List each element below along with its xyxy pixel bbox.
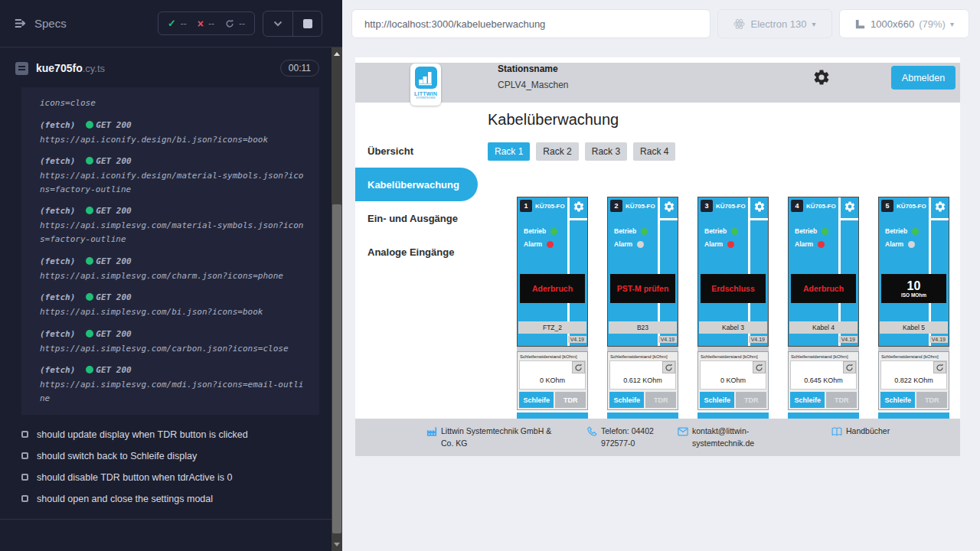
measurement-display: 0 KOhm: [519, 360, 586, 390]
rack-tab-rack-1[interactable]: Rack 1: [488, 142, 530, 161]
display-mode-buttons: SchleifeTDR: [700, 392, 766, 408]
cable-name: B23: [609, 321, 677, 334]
check-icon: ✓: [168, 18, 176, 29]
footer-item[interactable]: Handbücher: [831, 425, 890, 456]
tdr-button: TDR: [645, 392, 676, 408]
card-top-panel: 1KÜ705-FOBetriebAlarmAderbruchFTZ_2V4.19: [517, 197, 588, 347]
refresh-button[interactable]: [753, 361, 766, 373]
log-entry-head: (fetch)GET 200: [40, 120, 312, 130]
refresh-button[interactable]: [843, 361, 856, 373]
card-settings-gear-icon[interactable]: [753, 201, 766, 213]
rack-tab-rack-2[interactable]: Rack 2: [536, 142, 578, 161]
scrollbar-thumb[interactable]: [332, 204, 341, 533]
gear-icon: [663, 201, 675, 213]
log-entry-head: (fetch)GET 200: [40, 206, 312, 216]
specs-menu[interactable]: Specs: [14, 17, 67, 30]
nav-item-analoge-eing-nge[interactable]: Analoge Eingänge: [355, 235, 478, 269]
stop-button[interactable]: [292, 11, 322, 36]
device-card: 4KÜ705-FOBetriebAlarmAderbruchKabel 4V4.…: [788, 197, 859, 428]
email-icon: [678, 426, 688, 437]
app-footer: Littwin Systemtechnik GmbH & Co. KGTelef…: [355, 419, 960, 456]
measurement-display: 0.612 KOhm: [609, 360, 676, 390]
tdr-button[interactable]: TDR: [555, 392, 586, 408]
nav-item-ein-und-ausg-nge[interactable]: Ein- und Ausgänge: [355, 201, 478, 235]
device-card: 3KÜ705-FOBetriebAlarmErdschlussKabel 3V4…: [697, 197, 769, 428]
request-url: https://api.simplesvg.com/carbon.json?ic…: [40, 342, 312, 356]
littwin-logo: LITTWIN SYSTEMTECHNIK: [410, 64, 441, 106]
rack-tabs: Rack 1Rack 2Rack 3Rack 4: [488, 142, 960, 161]
display-mode-buttons: SchleifeTDR: [519, 392, 586, 408]
alarm-led-row: Alarm: [704, 240, 734, 248]
refresh-button[interactable]: [933, 361, 946, 373]
app-header: [355, 63, 960, 103]
device-card: 5KÜ705-FOBetriebAlarm10ISO MOhmKabel 5V4…: [878, 197, 949, 428]
browser-selector[interactable]: Electron 130 ▾: [717, 9, 832, 38]
success-dot-icon: [86, 157, 93, 165]
refresh-button[interactable]: [572, 361, 585, 373]
display-mode-buttons: SchleifeTDR: [609, 392, 676, 408]
test-title: should switch back to Schleife display: [37, 451, 197, 461]
card-settings-gear-icon[interactable]: [934, 201, 946, 213]
nav-item-kabel-berwachung[interactable]: Kabelüberwachung: [355, 168, 478, 201]
log-entry-head: (fetch)GET 200: [40, 256, 312, 266]
log-entry-head: (fetch)GET 200: [40, 156, 312, 166]
betrieb-label: Betrieb: [885, 227, 907, 235]
viewport-selector[interactable]: 1000x660 (79%) ▾: [839, 9, 969, 38]
refresh-button[interactable]: [662, 361, 675, 373]
schleife-button[interactable]: Schleife: [880, 392, 915, 408]
spec-file-icon: [15, 62, 28, 75]
test-item[interactable]: should switch back to Schleife display: [21, 445, 332, 467]
nav-item--bersicht[interactable]: Übersicht: [355, 134, 478, 168]
alarm-led-row: Alarm: [524, 240, 554, 248]
specs-list-icon: [14, 18, 28, 29]
gear-icon: [844, 201, 856, 213]
card-settings-gear-icon[interactable]: [663, 201, 675, 213]
scroll-down-arrow[interactable]: [334, 543, 340, 546]
measurement-panel: Schleifenwiderstand [kOhm]0.645 KOhmSchl…: [788, 351, 859, 410]
log-entry: (fetch)GET 200https://api.simplesvg.com/…: [40, 256, 312, 283]
settings-gear-icon[interactable]: [812, 68, 831, 86]
device-model-label: KÜ705-FO: [716, 203, 746, 210]
test-item[interactable]: should disable TDR button when tdrActive…: [21, 467, 332, 488]
test-list: should update display when TDR button is…: [0, 424, 332, 520]
fetch-label: (fetch): [40, 329, 75, 339]
schleife-button[interactable]: Schleife: [790, 392, 825, 408]
test-item[interactable]: should open and close the settings modal: [21, 488, 332, 510]
rack-tab-rack-3[interactable]: Rack 3: [585, 142, 627, 161]
test-title: should update display when TDR button is…: [37, 429, 248, 440]
request-url: https://api.iconify.design/material-symb…: [40, 169, 312, 196]
betrieb-led: [731, 228, 738, 235]
url-input[interactable]: http://localhost:3000/kabelueberwachung: [351, 9, 710, 38]
scrollbar-track[interactable]: [332, 47, 342, 551]
measurement-display: 0.645 KOhm: [790, 360, 857, 390]
device-cards: 1KÜ705-FOBetriebAlarmAderbruchFTZ_2V4.19…: [517, 197, 960, 428]
footer-item-text: Handbücher: [846, 425, 890, 456]
schleife-button[interactable]: Schleife: [519, 392, 554, 408]
measurement-panel: Schleifenwiderstand [kOhm]0.612 KOhmSchl…: [607, 351, 678, 410]
card-settings-gear-icon[interactable]: [844, 201, 856, 213]
card-settings-gear-icon[interactable]: [573, 201, 585, 213]
alarm-label: Alarm: [524, 240, 542, 248]
logout-button[interactable]: Abmelden: [891, 66, 956, 90]
alarm-led-row: Alarm: [614, 240, 644, 248]
refresh-icon: [574, 364, 583, 372]
chevron-down-icon: [273, 21, 283, 27]
schleife-button[interactable]: Schleife: [700, 392, 734, 408]
test-item[interactable]: should update display when TDR button is…: [21, 424, 332, 445]
spec-row[interactable]: kue705fo.cy.ts 00:11: [0, 47, 332, 84]
card-divider: [660, 218, 678, 220]
schleife-button[interactable]: Schleife: [609, 392, 644, 408]
request-status: GET 200: [86, 156, 131, 166]
log-entry: (fetch)GET 200https://api.simplesvg.com/…: [40, 329, 312, 356]
rack-tab-rack-4[interactable]: Rack 4: [633, 142, 675, 161]
refresh-icon: [936, 364, 944, 372]
tdr-button: TDR: [736, 392, 766, 408]
fetch-label: (fetch): [40, 156, 75, 166]
scroll-up-arrow[interactable]: [334, 52, 340, 56]
alarm-led: [637, 241, 644, 248]
request-url: https://api.simplesvg.com/bi.json?icons=…: [40, 305, 312, 319]
stat-failed: ×--: [198, 18, 214, 29]
device-model-label: KÜ705-FO: [535, 203, 565, 210]
collapse-button[interactable]: [263, 11, 292, 36]
chevron-down-icon: ▾: [812, 20, 815, 28]
